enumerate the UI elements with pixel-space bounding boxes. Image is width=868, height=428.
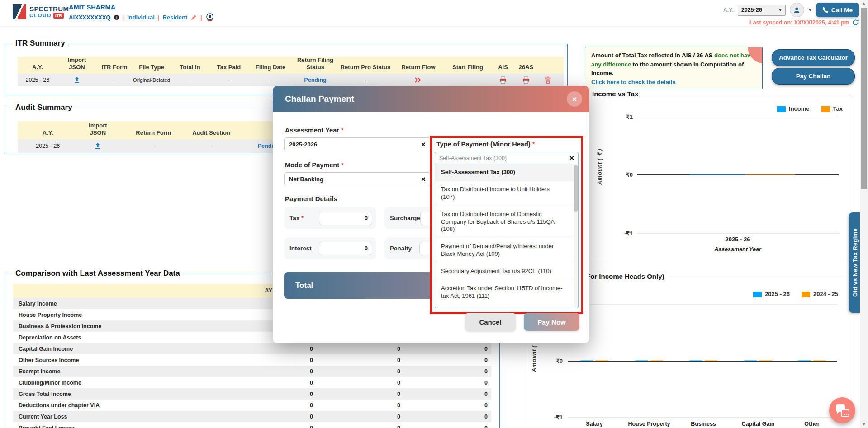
scroll-up-icon[interactable]	[862, 2, 866, 5]
comparison-row: Brought Fwd Losses000	[13, 422, 491, 428]
required-asterisk: *	[301, 215, 304, 221]
brand-badge: ITR	[53, 13, 64, 19]
col-import-json: Import JSON	[66, 56, 88, 71]
comparison-row: Gross Total Income000	[13, 388, 491, 400]
dropdown-option[interactable]: Payment of Demand/Penalty/Interest under…	[435, 238, 574, 263]
comparison-row: Other Sources Income000	[13, 354, 491, 366]
clear-field-icon[interactable]	[569, 155, 574, 160]
assessment-year-select[interactable]: 2025-26	[738, 5, 786, 16]
col-return-form: Return Form	[136, 129, 171, 136]
col-return-pro-status: Return Pro Status	[341, 64, 391, 71]
series-segment	[744, 360, 757, 361]
dropdown-option[interactable]: Tax on Distributed Income to Unit Holder…	[435, 181, 574, 206]
app-root: SPECTRUM CLOUD ITR AMIT SHARMA AIXXXXXXX…	[0, 0, 868, 428]
y-axis-title: Amount ( ₹ )	[596, 149, 603, 185]
dropdown-option[interactable]: Self-Assessment Tax (300)	[435, 164, 574, 181]
call-me-label: Call Me	[831, 7, 853, 14]
modal-close-button[interactable]	[567, 91, 582, 107]
return-flow-chevrons-icon[interactable]	[414, 77, 423, 83]
xcategory-salary: Salary	[586, 421, 603, 427]
payment-details-heading: Payment Details	[285, 195, 337, 202]
dropdown-scrollbar-thumb[interactable]	[574, 165, 578, 212]
type-of-payment-combobox[interactable]: Self-Assessment Tax (300)	[435, 152, 579, 164]
assessment-year-input[interactable]: 2025-2026	[284, 137, 431, 151]
top-header: SPECTRUM CLOUD ITR AMIT SHARMA AIXXXXXXX…	[0, 0, 868, 26]
modal-header: Challan Payment	[273, 86, 589, 112]
type-of-payment-label: Type of Payment (Minor Head)	[436, 141, 531, 148]
refresh-icon[interactable]	[852, 19, 859, 26]
series-segment	[759, 360, 772, 361]
notice-details-link[interactable]: Click here to check the details	[591, 78, 756, 87]
mode-of-payment-input[interactable]: Net Banking	[284, 172, 431, 186]
edit-pencil-icon[interactable]	[190, 14, 197, 21]
chat-support-button[interactable]	[829, 397, 855, 423]
comparison-row: Exempt Income000	[13, 366, 491, 377]
col-ay: A.Y.	[43, 129, 53, 136]
series-segment	[596, 360, 608, 361]
tax-label: Tax	[289, 215, 299, 221]
tax-legend-swatch	[821, 106, 830, 112]
series-segment	[813, 360, 826, 361]
type-of-payment-highlight: Type of Payment (Minor Head) * Self-Asse…	[430, 136, 583, 314]
advance-tax-calculator-button[interactable]: Advance Tax Calculator	[772, 49, 855, 66]
comparison-row: Clubbing/Minor Income000	[13, 377, 491, 388]
import-json-upload-icon[interactable]	[94, 142, 101, 150]
required-asterisk: *	[532, 141, 535, 148]
mode-of-payment-label: Mode of Payment	[285, 161, 339, 169]
dropdown-option[interactable]: Secondary Adjustment Tax u/s 92CE (110)	[435, 263, 574, 280]
col-return-flow: Return Flow	[401, 64, 435, 71]
clear-field-icon[interactable]	[421, 177, 426, 182]
comparison-title: Comparison with Last Assessment Year Dat…	[12, 269, 183, 278]
col-return-filing-status: Return Filing Status	[296, 56, 335, 71]
brand-name-2: CLOUD	[29, 13, 52, 18]
income-legend-swatch	[777, 106, 786, 112]
type-of-payment-value: Self-Assessment Tax (300)	[439, 155, 507, 161]
col-start-filing: Start Filing	[452, 64, 483, 71]
col-itr-form: ITR Form	[101, 64, 127, 71]
scroll-down-icon[interactable]	[862, 423, 866, 426]
person-icon	[793, 6, 801, 14]
year-2024-legend-swatch	[802, 292, 810, 297]
user-avatar[interactable]	[790, 3, 804, 17]
income-vs-tax-title: Income vs Tax	[590, 90, 640, 98]
surcharge-label: Surcharge	[390, 215, 420, 221]
xcategory-other-sources: Other Sources	[792, 421, 831, 428]
scrollbar-thumb[interactable]	[861, 8, 867, 189]
ytick-neg1: -₹1	[540, 414, 563, 421]
brand-logo-icon	[13, 4, 26, 19]
itr-total-in: -	[171, 77, 209, 83]
import-json-upload-icon[interactable]	[73, 76, 81, 84]
interest-input[interactable]: 0	[319, 242, 372, 255]
pay-now-button[interactable]: Pay Now	[524, 313, 579, 331]
ais-pdf-icon[interactable]	[499, 76, 507, 84]
year-2024-legend-label: 2024 - 25	[813, 291, 838, 297]
user-type: Individual	[127, 14, 155, 21]
info-icon[interactable]: i	[114, 15, 119, 20]
series-segment	[580, 360, 593, 361]
mode-of-payment-value: Net Banking	[289, 176, 323, 183]
tax-input[interactable]: 0	[319, 212, 372, 225]
dropdown-option[interactable]: Accretion Tax under Section 115TD of Inc…	[435, 280, 574, 305]
zero-axis-line	[568, 361, 837, 362]
dropdown-option[interactable]: Other Receipts (500) -Fee for delay in l…	[435, 305, 574, 308]
gridline	[568, 304, 837, 305]
ay-selected-value: 2025-26	[741, 7, 762, 13]
modal-title: Challan Payment	[285, 94, 354, 104]
xcategory-house-property: House Property	[628, 421, 670, 427]
dropdown-option[interactable]: Tax on Distributed Income of Domestic Co…	[435, 206, 574, 239]
col-ay: A.Y.	[32, 64, 43, 71]
pay-challan-button[interactable]: Pay Challan	[772, 68, 855, 85]
tax-legend-label: Tax	[833, 105, 843, 112]
26as-pdf-icon[interactable]	[522, 76, 530, 84]
itr-tax-paid: -	[209, 77, 248, 83]
cancel-button[interactable]: Cancel	[465, 313, 516, 331]
call-me-button[interactable]: Call Me	[816, 3, 859, 17]
delete-trash-icon[interactable]	[545, 76, 551, 84]
gridline	[637, 233, 839, 234]
account-menu-caret-icon[interactable]	[808, 9, 812, 11]
old-vs-new-tax-regime-tab[interactable]: Old vs New Tax Regime	[849, 212, 861, 313]
clear-field-icon[interactable]	[421, 142, 426, 147]
page-scrollbar[interactable]	[860, 0, 868, 428]
series-segment	[635, 360, 648, 361]
tax-series-line	[745, 174, 795, 175]
